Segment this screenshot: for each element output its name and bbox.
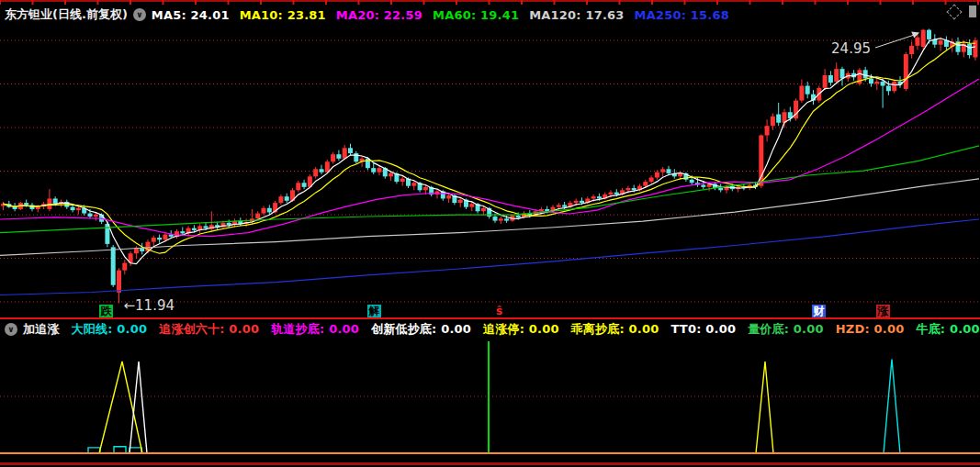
bottom-border (0, 462, 980, 465)
corner-handle[interactable] (969, 6, 976, 17)
header-right-tools (949, 6, 976, 17)
marker-badge-财[interactable]: 财 (812, 305, 826, 318)
ma-item-MA10: MA10: 23.81 (240, 8, 326, 22)
indicator-header: ∨ 加追涨 大阳线: 0.00追涨创六十: 0.00轨道抄底: 0.00创新低抄… (5, 321, 980, 337)
chevron-down-icon[interactable]: ∨ (133, 8, 146, 21)
indicator-item-4: 创新低抄底: 0.00 (371, 322, 471, 336)
ma-item-MA5: MA5: 24.01 (152, 8, 230, 22)
high-price-label: 24.95 (831, 40, 871, 57)
indicator-item-7: TT0: 0.00 (670, 322, 736, 336)
stock-chart-window: 24.95←11.94 东方钽业(日线.前复权) ∨ MA5: 24.01MA1… (0, 0, 980, 467)
marker-badge-涨[interactable]: 涨 (876, 305, 890, 318)
indicator-item-10: 牛底: 0.00 (916, 322, 979, 336)
ma-line-MA10 (4, 42, 975, 253)
indicator-item-1: 大阳线: 0.00 (72, 322, 148, 336)
indicator-item-2: 追涨创六十: 0.00 (159, 322, 259, 336)
ma-item-MA20: MA20: 22.59 (336, 8, 422, 22)
indicator-panel-name: 加追涨 (23, 321, 60, 338)
indicator-item-9: HZD: 0.00 (836, 322, 905, 336)
indicator-item-5: 追涨停: 0.00 (483, 322, 559, 336)
ma-item-MA120: MA120: 17.63 (529, 8, 624, 22)
indicator-panel-canvas[interactable] (0, 338, 980, 467)
diamond-icon[interactable] (947, 4, 963, 19)
ma-legend: MA5: 24.01MA10: 23.81MA20: 22.59MA60: 19… (152, 8, 739, 22)
chevron-down-icon[interactable]: ∨ (5, 323, 17, 336)
panel-separator[interactable] (0, 317, 980, 319)
price-gridlines (0, 40, 980, 302)
main-chart-header: 东方钽业(日线.前复权) ∨ MA5: 24.01MA10: 23.81MA20… (5, 6, 739, 23)
price-labels: 24.95←11.94 (124, 31, 920, 314)
page-title: 东方钽业(日线.前复权) (5, 6, 128, 23)
ma-line-MA60 (0, 146, 979, 233)
indicator-values: 大阳线: 0.00追涨创六十: 0.00轨道抄底: 0.00创新低抄底: 0.0… (72, 321, 980, 338)
marker-badge-解[interactable]: 解 (367, 305, 381, 318)
ma-line-MA5 (4, 39, 975, 264)
indicator-item-8: 量价底: 0.00 (748, 322, 824, 336)
ma-item-MA60: MA60: 19.41 (433, 8, 519, 22)
indicator-item-6: 乖离抄底: 0.00 (571, 322, 659, 336)
main-chart-canvas[interactable]: 24.95←11.94 (0, 0, 980, 319)
marker-badge-ŝ[interactable]: ŝ (492, 305, 506, 318)
indicator-signals (88, 341, 900, 453)
ma-item-MA250: MA250: 15.68 (635, 8, 729, 22)
event-marker-row: 跌解ŝ财涨 (0, 305, 980, 318)
top-ruler (0, 0, 980, 5)
marker-badge-跌[interactable]: 跌 (99, 305, 113, 318)
indicator-item-3: 轨道抄底: 0.00 (271, 322, 359, 336)
candles-layer (1, 28, 977, 303)
